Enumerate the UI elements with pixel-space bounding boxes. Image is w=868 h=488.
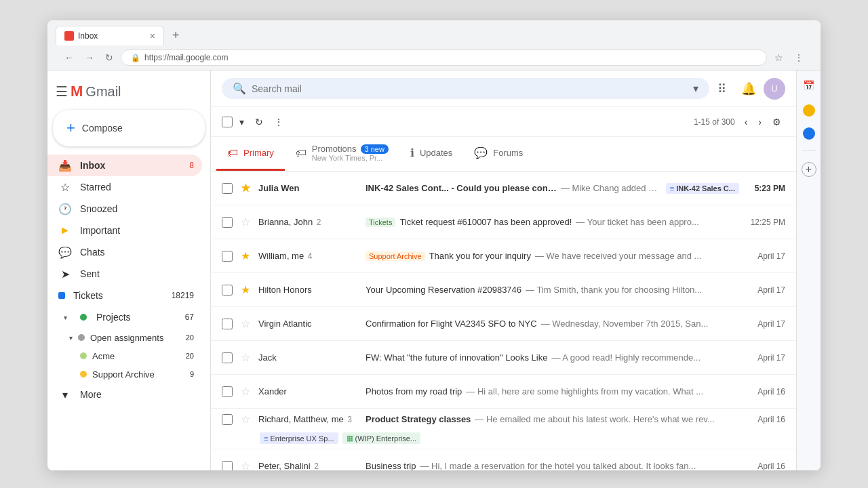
acme-badge: 20: [186, 352, 194, 360]
email-row[interactable]: ☆ Jack FW: What "the future of innovatio…: [211, 341, 796, 375]
active-tab[interactable]: Inbox ×: [56, 26, 164, 45]
acme-dot: [80, 352, 87, 359]
tab-close-btn[interactable]: ×: [150, 30, 155, 41]
star-icon[interactable]: ★: [241, 249, 250, 262]
email-sender: Hilton Honors: [258, 285, 360, 295]
star-icon[interactable]: ☆: [241, 216, 250, 228]
email-checkbox[interactable]: [222, 251, 233, 262]
sidebar-item-sent[interactable]: ➤ Sent: [47, 263, 202, 285]
email-checkbox[interactable]: [222, 319, 233, 329]
tasks-icon[interactable]: [803, 104, 815, 117]
user-avatar[interactable]: U: [764, 78, 785, 100]
email-snippet: — Your ticket has been appro...: [576, 217, 698, 227]
email-sender: Virgin Atlantic: [258, 319, 360, 329]
forums-tab-label: Forums: [493, 148, 523, 158]
email-list: ★ Julia Wen INK-42 Sales Cont... - Could…: [211, 171, 796, 470]
calendar-icon[interactable]: 📅: [801, 77, 817, 94]
email-subject-area: Product Strategy classes — He emailed me…: [366, 414, 739, 424]
email-checkbox[interactable]: [222, 183, 233, 194]
url-bar[interactable]: 🔒 https://mail.google.com: [121, 49, 767, 66]
star-icon[interactable]: ☆: [241, 317, 250, 330]
apps-btn[interactable]: ⠿: [709, 77, 734, 101]
email-row[interactable]: ☆ Brianna, John 2 Tickets Ticket request…: [211, 205, 796, 239]
select-all-checkbox[interactable]: [222, 117, 233, 127]
email-row[interactable]: ★ William, me 4 Support Archive Thank yo…: [211, 239, 796, 273]
settings-btn[interactable]: ⚙: [768, 113, 785, 131]
doc-icon: ≡: [264, 434, 268, 443]
sidebar-item-support-archive[interactable]: Support Archive 9: [47, 365, 202, 384]
email-subject-area: Tickets Ticket request #610007 has been …: [366, 217, 739, 227]
search-bar[interactable]: 🔍 ▾: [222, 78, 709, 99]
email-checkbox[interactable]: [222, 217, 233, 228]
back-btn[interactable]: ←: [61, 50, 77, 65]
forward-btn[interactable]: →: [81, 50, 98, 65]
email-checkbox[interactable]: [222, 352, 233, 363]
email-time: 12:25 PM: [745, 218, 785, 227]
sidebar-item-projects[interactable]: ▾ Projects 67: [47, 306, 202, 328]
forums-tab-icon: 💬: [474, 146, 488, 159]
sidebar-item-open-assignments[interactable]: ▾ Open assignments 20: [47, 328, 202, 347]
email-row[interactable]: ★ Julia Wen INK-42 Sales Cont... - Could…: [211, 171, 796, 205]
email-snippet: — Mike Chang added a comment: [561, 183, 660, 193]
support-archive-badge: 9: [190, 370, 194, 378]
email-attachment: ≡ INK-42 Sales C...: [666, 183, 739, 194]
more-options-btn[interactable]: ⋮: [270, 113, 288, 131]
search-input[interactable]: [252, 83, 688, 94]
keep-icon[interactable]: [803, 127, 815, 140]
prev-page-btn[interactable]: ‹: [741, 113, 752, 131]
browser-menu-btn[interactable]: ⋮: [791, 50, 807, 65]
email-row[interactable]: ☆ Peter, Shalini 2 Business trip — Hi, I…: [211, 449, 796, 470]
new-tab-btn[interactable]: +: [167, 26, 185, 45]
email-checkbox[interactable]: [222, 414, 233, 425]
email-checkbox[interactable]: [222, 461, 233, 471]
sidebar-item-snoozed[interactable]: 🕐 Snoozed: [47, 198, 202, 220]
email-sender: Richard, Matthew, me 3: [258, 414, 360, 424]
hamburger-menu[interactable]: ☰: [53, 81, 71, 102]
email-row[interactable]: ☆ Virgin Atlantic Confirmation for Fligh…: [211, 307, 796, 341]
sheets-icon: ▦: [347, 434, 353, 443]
refresh-btn[interactable]: ↻: [251, 113, 267, 131]
email-checkbox[interactable]: [222, 386, 233, 397]
star-icon[interactable]: ☆: [241, 351, 250, 364]
email-time: 5:23 PM: [745, 184, 785, 193]
notifications-btn[interactable]: 🔔: [736, 77, 761, 101]
select-dropdown-btn[interactable]: ▾: [235, 113, 248, 131]
browser-star-btn[interactable]: ☆: [771, 50, 787, 65]
star-icon[interactable]: ☆: [241, 385, 250, 398]
chats-icon: 💬: [58, 246, 72, 259]
tab-primary[interactable]: 🏷 Primary: [216, 137, 285, 171]
compose-button[interactable]: + Compose: [53, 110, 205, 146]
refresh-btn[interactable]: ↻: [102, 50, 117, 65]
email-checkbox[interactable]: [222, 285, 233, 296]
tab-forums[interactable]: 💬 Forums: [463, 137, 534, 171]
sidebar-item-starred[interactable]: ☆ Starred: [47, 176, 202, 198]
open-assignments-dot: [78, 334, 85, 341]
primary-tab-icon: 🏷: [227, 147, 238, 159]
star-icon[interactable]: ★: [241, 182, 250, 195]
inbox-badge: 8: [180, 161, 194, 170]
tab-promotions[interactable]: 🏷 Promotions 3 new New York Times, Pr...: [285, 137, 399, 171]
email-row[interactable]: ★ Hilton Honors Your Upcoming Reservatio…: [211, 273, 796, 307]
sidebar-item-important[interactable]: ► Important: [47, 220, 202, 241]
sidebar-item-inbox[interactable]: 📥 Inbox 8: [47, 155, 202, 176]
sidebar-item-more[interactable]: ▾ More: [47, 384, 202, 405]
add-sidebar-btn[interactable]: +: [802, 162, 816, 177]
email-snippet: — Hi, I made a reservation for the hotel…: [420, 461, 696, 470]
star-icon[interactable]: ☆: [241, 413, 250, 426]
projects-badge: 67: [180, 312, 194, 322]
email-row[interactable]: ☆ Xander Photos from my road trip — Hi a…: [211, 375, 796, 409]
star-icon[interactable]: ☆: [241, 460, 250, 470]
email-subject: Photos from my road trip: [366, 386, 462, 396]
star-icon[interactable]: ★: [241, 283, 250, 296]
search-dropdown-icon[interactable]: ▾: [693, 82, 698, 95]
email-subject-area: Support Archive Thank you for your inqui…: [366, 251, 739, 261]
sidebar-item-chats[interactable]: 💬 Chats: [47, 241, 202, 263]
sidebar-item-tickets[interactable]: Tickets 18219: [47, 285, 202, 306]
next-page-btn[interactable]: ›: [754, 113, 766, 131]
email-row[interactable]: ☆ Richard, Matthew, me 3 Product Strateg…: [211, 409, 796, 449]
email-tag: Support Archive: [366, 251, 425, 261]
sidebar-item-acme[interactable]: Acme 20: [47, 347, 202, 365]
email-subject: Your Upcoming Reservation #20983746: [366, 285, 521, 295]
tab-updates[interactable]: ℹ Updates: [399, 137, 463, 171]
logo-gmail-text: Gmail: [85, 84, 121, 100]
